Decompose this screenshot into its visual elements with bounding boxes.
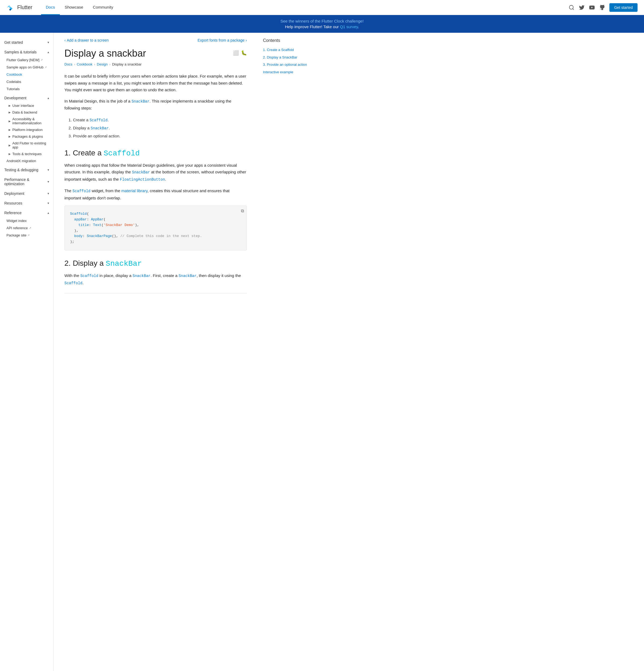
sidebar-accessibility-label: Accessibility & internationalization [12, 117, 49, 125]
sidebar-development-label: Development [4, 96, 27, 100]
section2-title-prefix: 2. Display a [64, 259, 106, 267]
sidebar-platform-integration-label: Platform integration [12, 128, 43, 132]
banner-survey-link[interactable]: Q1 survey [340, 24, 358, 29]
contents-item-1[interactable]: 1. Create a Scaffold [263, 46, 311, 54]
scaffold-link-s1p2[interactable]: Scaffold [73, 189, 90, 193]
snackbar-link-heading2[interactable]: SnackBar [106, 259, 142, 268]
right-sidebar: Contents 1. Create a Scaffold 2. Display… [258, 33, 317, 671]
get-started-button[interactable]: Get started [609, 3, 637, 12]
sidebar-reference-header[interactable]: Reference ▴ [0, 208, 53, 217]
prev-page-link[interactable]: ‹ Add a drawer to a screen [64, 38, 109, 42]
sidebar-development-header[interactable]: Development ▴ [0, 94, 53, 102]
arrow-icon: ▶ [9, 152, 11, 155]
scaffold-link-s2p1b[interactable]: Scaffold [64, 281, 82, 285]
snackbar-link-s2p1a[interactable]: SnackBar [132, 274, 151, 278]
sidebar-samples-header[interactable]: Samples & tutorials ▴ [0, 48, 53, 56]
sidebar-item-packages[interactable]: ▶ Packages & plugins [0, 133, 53, 140]
external-link-icon: ↗ [40, 59, 43, 62]
scaffold-link-s2p1[interactable]: Scaffold [80, 274, 98, 278]
section2-para1: With the Scaffold in place, display a Sn… [64, 272, 247, 287]
code-line-4: ), [70, 228, 241, 234]
breadcrumb-design[interactable]: Design [97, 62, 107, 66]
banner-line2-suffix: . [358, 24, 359, 29]
snackbar-link-s1p1[interactable]: SnackBar [132, 170, 150, 175]
chevron-up-icon: ▴ [48, 211, 49, 215]
breadcrumb-sep-2: › [94, 62, 95, 66]
breadcrumb-cookbook[interactable]: Cookbook [77, 62, 93, 66]
sidebar-item-accessibility[interactable]: ▶ Accessibility & internationalization [0, 116, 53, 126]
github-icon[interactable] [599, 4, 605, 11]
code-line-1: Scaffold( [70, 211, 241, 217]
header: Flutter Docs Showcase Community Get star… [0, 0, 644, 15]
sidebar-testing-header[interactable]: Testing & debugging ▾ [0, 166, 53, 174]
sidebar-resources-header[interactable]: Resources ▾ [0, 199, 53, 207]
youtube-icon[interactable] [589, 4, 595, 11]
sidebar-performance-header[interactable]: Performance & optimization ▾ [0, 175, 53, 188]
scaffold-link-heading[interactable]: Scaffold [104, 149, 140, 157]
scaffold-link-step1[interactable]: Scaffold [90, 118, 107, 123]
snackbar-link-step2[interactable]: SnackBar [91, 126, 109, 130]
sidebar-item-codelabs[interactable]: Codelabs [0, 78, 53, 85]
sidebar-section-resources: Resources ▾ [0, 199, 53, 207]
sidebar-resources-label: Resources [4, 201, 22, 205]
search-icon[interactable] [569, 4, 575, 11]
logo[interactable]: Flutter [7, 3, 33, 12]
sidebar-item-platform-integration[interactable]: ▶ Platform integration [0, 126, 53, 133]
sidebar-codelabs-label: Codelabs [7, 80, 21, 84]
banner: See the winners of the Flutter Clock cha… [0, 15, 644, 33]
contents-item-4[interactable]: Interactive example [263, 68, 311, 76]
code-line-3: title: Text('SnackBar Demo'), [70, 223, 241, 228]
sidebar-section-development: Development ▴ ▶ User interface ▶ Data & … [0, 94, 53, 165]
sidebar-item-sample-apps[interactable]: Sample apps on GitHub ↗ [0, 64, 53, 71]
fab-link[interactable]: FloatingActionButton [120, 177, 165, 182]
sidebar-item-tutorials[interactable]: Tutorials [0, 85, 53, 92]
next-page-link[interactable]: Export fonts from a package › [197, 38, 247, 42]
sidebar-get-started-header[interactable]: Get started ▾ [0, 38, 53, 47]
page-layout: Get started ▾ Samples & tutorials ▴ Flut… [0, 33, 644, 671]
sidebar-item-add-flutter[interactable]: ▶ Add Flutter to existing app [0, 140, 53, 151]
svg-line-4 [572, 9, 574, 10]
sidebar-section-deployment: Deployment ▾ [0, 189, 53, 198]
twitter-icon[interactable] [579, 4, 585, 11]
svg-marker-0 [7, 5, 11, 9]
sidebar-item-data-backend[interactable]: ▶ Data & backend [0, 109, 53, 116]
sidebar-deployment-header[interactable]: Deployment ▾ [0, 189, 53, 198]
sidebar-item-tools[interactable]: ▶ Tools & techniques [0, 151, 53, 157]
breadcrumb-docs[interactable]: Docs [64, 62, 73, 66]
copy-icon[interactable]: ⬜ [233, 50, 239, 56]
breadcrumb-current: Display a snackbar [112, 62, 142, 66]
sidebar-item-package-site[interactable]: Package site ↗ [0, 232, 53, 239]
chevron-down-icon: ▾ [48, 40, 49, 44]
contents-item-3[interactable]: 3. Provide an optional action [263, 61, 311, 68]
page-title-row: Display a snackbar ⬜ 🐛 [64, 48, 247, 59]
header-nav: Docs Showcase Community [41, 0, 569, 15]
contents-item-2[interactable]: 2. Display a SnackBar [263, 54, 311, 61]
sidebar-section-performance: Performance & optimization ▾ [0, 175, 53, 188]
chevron-up-icon: ▴ [48, 96, 49, 100]
material-library-link[interactable]: material library [121, 188, 147, 193]
sidebar-section-testing: Testing & debugging ▾ [0, 166, 53, 174]
snackbar-link-intro[interactable]: SnackBar [131, 99, 150, 104]
sidebar-item-user-interface[interactable]: ▶ User interface [0, 102, 53, 109]
nav-community[interactable]: Community [88, 0, 118, 15]
nav-showcase[interactable]: Showcase [60, 0, 88, 15]
sidebar-tools-label: Tools & techniques [12, 152, 42, 156]
chevron-right-icon: › [246, 38, 247, 42]
sidebar-item-cookbook[interactable]: Cookbook [0, 71, 53, 78]
contents-item-1-label: 1. Create a Scaffold [263, 48, 294, 52]
snackbar-link-s2p1b[interactable]: SnackBar [178, 274, 196, 278]
copy-code-button[interactable]: ⧉ [241, 208, 244, 213]
sidebar-item-widget-index[interactable]: Widget index [0, 217, 53, 224]
code-block-1: ⧉ Scaffold( appBar: AppBar( title: Text(… [64, 206, 247, 250]
sidebar-item-flutter-gallery[interactable]: Flutter Gallery [NEW] ↗ [0, 56, 53, 64]
nav-docs[interactable]: Docs [41, 0, 60, 15]
sidebar-section-reference: Reference ▴ Widget index API reference ↗… [0, 208, 53, 239]
sidebar-cookbook-label: Cookbook [7, 73, 22, 76]
sidebar-item-androidx[interactable]: AndroidX migration [0, 157, 53, 165]
sidebar-reference-label: Reference [4, 211, 22, 215]
sidebar-item-api-reference[interactable]: API reference ↗ [0, 224, 53, 232]
step-1: Create a Scaffold. [73, 116, 247, 124]
bug-icon[interactable]: 🐛 [241, 50, 247, 56]
sidebar-flutter-gallery-label: Flutter Gallery [NEW] [7, 58, 39, 62]
sidebar-sample-apps-label: Sample apps on GitHub [7, 65, 43, 69]
